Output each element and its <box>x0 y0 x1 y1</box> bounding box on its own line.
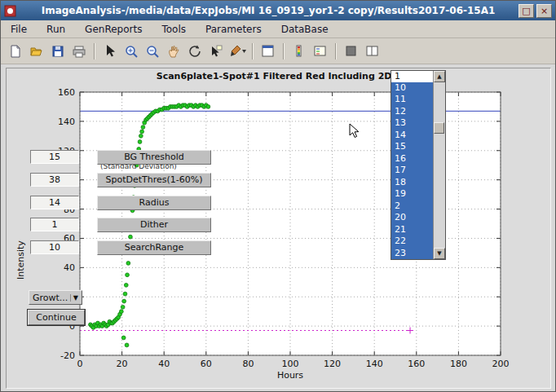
menu-genreports[interactable]: GenReports <box>83 22 143 37</box>
searchrange-label[interactable]: SearchRange <box>97 240 211 255</box>
svg-text:120: 120 <box>324 359 341 369</box>
radius-input[interactable] <box>30 196 79 209</box>
svg-text:20: 20 <box>117 359 128 369</box>
continue-button[interactable]: Continue <box>28 310 85 325</box>
plot-axes: 020406080100120140160180200-200204060801… <box>1 64 556 392</box>
open-file-icon[interactable] <box>27 42 46 61</box>
spot-number-dropdown: 1 10111213141516171819220212223 ▲ ▼ <box>391 70 446 260</box>
svg-text:140: 140 <box>58 117 75 127</box>
growth-mode-dropdown[interactable]: Growt... ▼ <box>29 290 82 305</box>
svg-text:40: 40 <box>64 262 75 273</box>
rotate-icon[interactable] <box>185 42 205 61</box>
x-axis-label: Hours <box>80 370 501 381</box>
titlebar[interactable]: ImageAnalysis-/media/data/ExpJobs/MI 16_… <box>1 1 555 20</box>
new-file-icon[interactable] <box>6 42 25 61</box>
dropdown-item[interactable]: 11 <box>391 94 433 106</box>
toolbar-separator <box>94 43 95 59</box>
dropdown-item[interactable]: 16 <box>391 153 433 165</box>
brush-icon[interactable] <box>227 42 247 61</box>
zoom-out-icon[interactable] <box>143 42 162 61</box>
print-icon[interactable] <box>69 42 89 61</box>
zoom-in-icon[interactable] <box>121 42 141 61</box>
menu-database[interactable]: DataBase <box>280 22 330 37</box>
layout-icon[interactable] <box>363 42 382 61</box>
menu-parameters[interactable]: Parameters <box>204 22 263 37</box>
dropdown-item[interactable]: 13 <box>391 117 433 130</box>
dropdown-item[interactable]: 14 <box>391 130 433 142</box>
app-icon <box>4 5 16 17</box>
stop-icon[interactable] <box>342 42 361 61</box>
radius-label[interactable]: Radius <box>97 196 211 210</box>
toolbar <box>1 38 555 64</box>
mouse-cursor <box>349 123 360 139</box>
scroll-down-icon[interactable]: ▼ <box>434 248 445 259</box>
brush-dropdown-arrow <box>242 50 246 53</box>
svg-text:60: 60 <box>201 359 212 369</box>
menu-tools[interactable]: Tools <box>160 22 188 37</box>
dropdown-item[interactable]: 20 <box>391 212 433 224</box>
chevron-down-icon: ▼ <box>70 294 78 302</box>
svg-text:200: 200 <box>492 359 510 369</box>
y-axis-label: Intensity <box>15 187 26 333</box>
pan-icon[interactable] <box>164 42 183 61</box>
dropdown-item[interactable]: 21 <box>391 224 433 236</box>
pointer-icon[interactable] <box>100 42 120 61</box>
save-icon[interactable] <box>48 42 68 61</box>
dropdown-item[interactable]: 15 <box>391 141 433 153</box>
toolbar-separator <box>335 43 337 59</box>
svg-text:140: 140 <box>366 359 383 369</box>
close-button[interactable]: × <box>536 4 552 18</box>
window-title: ImageAnalysis-/media/data/ExpJobs/MI 16_… <box>20 5 516 16</box>
svg-text:0: 0 <box>77 359 83 369</box>
searchrange-input[interactable] <box>30 240 79 254</box>
dither-label[interactable]: Dither <box>97 218 211 232</box>
dropdown-list: 10111213141516171819220212223 <box>391 82 433 260</box>
dropdown-item[interactable]: 19 <box>391 188 433 200</box>
menu-file[interactable]: File <box>9 22 29 37</box>
menu-run[interactable]: Run <box>45 22 67 37</box>
dropdown-item[interactable]: 23 <box>391 248 433 260</box>
colorbar-icon[interactable] <box>289 42 309 61</box>
scroll-up-icon[interactable]: ▲ <box>434 71 445 82</box>
spotdetthres-input[interactable] <box>30 173 79 187</box>
figure-area: 020406080100120140160180200-200204060801… <box>1 64 556 392</box>
maximize-button[interactable]: □ <box>518 4 534 18</box>
dropdown-item[interactable]: 18 <box>391 177 433 189</box>
svg-text:-20: -20 <box>60 350 75 361</box>
spotdetthres-label[interactable]: SpotDetThres(1-60%) <box>97 173 211 187</box>
legend-icon[interactable] <box>311 42 330 61</box>
growth-mode-label: Growt... <box>33 293 68 303</box>
dropdown-item[interactable]: 2 <box>391 200 433 213</box>
toolbar-separator <box>252 43 254 59</box>
data-cursor-icon[interactable] <box>206 42 226 61</box>
app-window: { "window": { "title": "ImageAnalysis-/m… <box>0 0 556 392</box>
scrollbar-thumb[interactable] <box>434 122 444 134</box>
bg-threshold-label[interactable]: BG Threshold <box>97 150 211 165</box>
svg-text:180: 180 <box>450 359 467 369</box>
dropdown-item[interactable]: 17 <box>391 165 433 177</box>
scrollbar-track[interactable] <box>434 82 445 248</box>
menubar: File Run GenReports Tools Parameters Dat… <box>1 20 555 38</box>
report-icon[interactable] <box>258 42 278 61</box>
toolbar-separator <box>283 43 285 59</box>
dropdown-item[interactable]: 12 <box>391 106 433 118</box>
dropdown-selected-value[interactable]: 1 <box>391 71 433 82</box>
svg-text:100: 100 <box>282 359 299 369</box>
svg-text:40: 40 <box>158 359 170 369</box>
svg-text:80: 80 <box>242 359 254 369</box>
dropdown-scrollbar[interactable]: ▲ ▼ <box>433 71 445 259</box>
dither-input[interactable] <box>30 218 79 231</box>
svg-text:160: 160 <box>58 87 75 98</box>
bg-threshold-input[interactable] <box>30 150 79 164</box>
dropdown-item[interactable]: 10 <box>391 82 433 95</box>
svg-text:160: 160 <box>408 359 425 369</box>
dropdown-item[interactable]: 22 <box>391 236 433 248</box>
